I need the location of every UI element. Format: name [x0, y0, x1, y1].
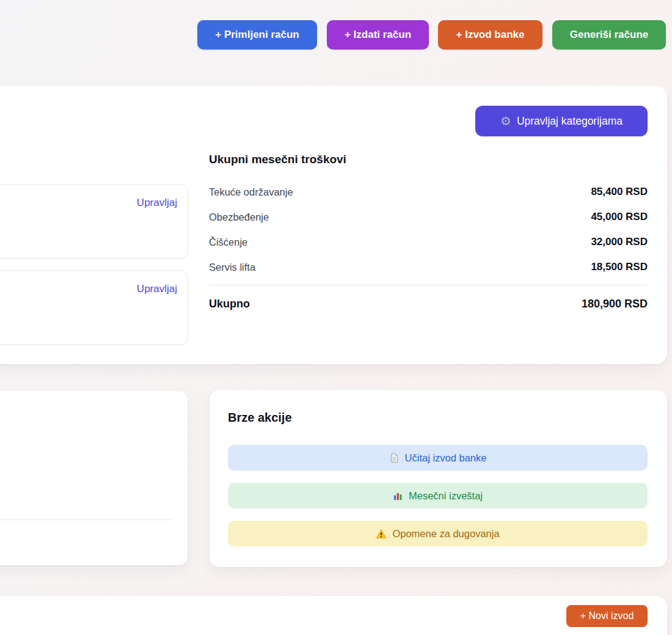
- monthly-report-button[interactable]: Mesečni izveštaj: [228, 483, 648, 508]
- expense-label: Tekuće održavanje: [209, 186, 293, 198]
- new-statement-button[interactable]: + Novi izvod: [566, 605, 648, 627]
- upload-bank-statement-label: Učitaj izvod banke: [405, 452, 487, 464]
- expense-label: Servis lifta: [209, 262, 255, 273]
- debt-reminders-label: Opomene za dugovanja: [392, 528, 499, 540]
- upload-bank-statement-button[interactable]: Učitaj izvod banke: [228, 445, 648, 471]
- side-card-2: Upravljaj: [0, 270, 188, 345]
- expense-row: Čišćenje 32,000 RSD: [209, 235, 648, 249]
- expense-label: Čišćenje: [209, 237, 247, 248]
- quick-actions-title: Brze akcije: [228, 411, 292, 425]
- expense-row: Tekuće održavanje 85,400 RSD: [209, 185, 648, 199]
- expenses-total-row: Ukupno 180,900 RSD: [209, 296, 648, 311]
- manage-link[interactable]: Upravljaj: [137, 197, 177, 209]
- bar-chart-icon: [393, 491, 403, 501]
- expenses-total-label: Ukupno: [209, 298, 250, 310]
- manage-link[interactable]: Upravljaj: [137, 283, 177, 295]
- expense-label: Obezbeđenje: [209, 211, 269, 223]
- expenses-title: Ukupni mesečni troškovi: [209, 153, 346, 166]
- manage-categories-button[interactable]: ⚙ Upravljaj kategorijama: [475, 106, 648, 136]
- expense-value: 32,000 RSD: [591, 236, 648, 248]
- expenses-divider: [209, 285, 648, 285]
- add-bank-statement-button[interactable]: + Izvod banke: [438, 20, 542, 50]
- debt-reminders-button[interactable]: Opomene za dugovanja: [228, 521, 648, 546]
- expenses-total-value: 180,900 RSD: [582, 298, 648, 310]
- expense-value: 45,000 RSD: [591, 211, 648, 223]
- side-card-1: Upravljaj: [0, 184, 188, 259]
- monthly-report-label: Mesečni izveštaj: [409, 490, 483, 502]
- expense-value: 18,500 RSD: [591, 261, 648, 273]
- add-issued-invoice-button[interactable]: + Izdati račun: [327, 20, 429, 50]
- document-icon: [389, 453, 400, 463]
- expense-row: Obezbeđenje 45,000 RSD: [209, 210, 648, 224]
- expense-row: Servis lifta 18,500 RSD: [209, 260, 648, 274]
- gear-icon: ⚙: [500, 115, 511, 127]
- warning-icon: [376, 529, 387, 539]
- finance-stats-card: [0, 391, 188, 565]
- generate-invoices-button[interactable]: Generiši račune: [552, 20, 666, 50]
- manage-categories-label: Upravljaj kategorijama: [517, 115, 623, 128]
- stats-divider: [0, 519, 172, 520]
- add-received-invoice-button[interactable]: + Primljeni račun: [197, 20, 317, 50]
- expense-value: 85,400 RSD: [591, 186, 648, 198]
